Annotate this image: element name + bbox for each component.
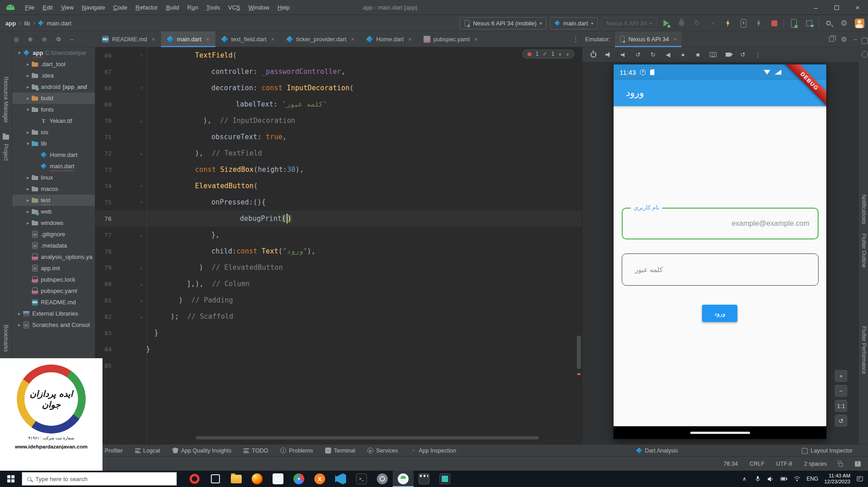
tool-window-button-dart-analysis[interactable]: Dart Analysis <box>636 448 678 454</box>
tree-item-pubspec.yaml[interactable]: pubspec.yaml <box>12 285 95 297</box>
code-line-74[interactable]: 74▿ElevatedButton( <box>95 178 582 194</box>
tab-text_field.dart[interactable]: text_field.dart× <box>215 31 281 47</box>
tool-window-button-logcat[interactable]: Logcat <box>135 448 161 454</box>
tree-item-app[interactable]: ▾appC:\Users\idehpar <box>12 47 95 58</box>
device-tool-icon[interactable] <box>862 38 868 44</box>
file-encoding[interactable]: UTF-8 <box>776 461 792 467</box>
tree-item-Home.dart[interactable]: Home.dart <box>12 149 95 161</box>
action-center-icon[interactable] <box>856 475 863 482</box>
code-line-67[interactable]: 67controller: _passwordController, <box>95 63 582 80</box>
code-line-73[interactable]: 73const SizedBox(height:30), <box>95 161 582 178</box>
close-icon[interactable]: × <box>351 36 355 43</box>
taskbar-app-vscode[interactable] <box>330 471 351 487</box>
tree-item-pubspec.lock[interactable]: pubspec.lock <box>12 274 95 285</box>
power-button[interactable] <box>589 51 597 59</box>
menu-code[interactable]: Code <box>109 0 132 15</box>
tree-item-Scratches and Consol[interactable]: ▸Scratches and Consol <box>12 319 95 331</box>
menu-file[interactable]: File <box>21 0 39 15</box>
breadcrumb-file[interactable]: main.dart <box>47 20 71 27</box>
flutter-hot-restart-button[interactable] <box>753 17 765 29</box>
taskbar-app-dev-app[interactable] <box>372 471 393 487</box>
tree-item-README.md[interactable]: MDREADME.md <box>12 297 95 308</box>
maximize-button[interactable] <box>826 0 847 15</box>
close-icon[interactable]: × <box>474 36 478 43</box>
tab-README.md[interactable]: MDREADME.md× <box>96 31 161 47</box>
hide-panel-icon[interactable]: – <box>854 36 857 43</box>
chevron-closed-icon[interactable]: ▸ <box>24 198 31 203</box>
tool-window-button-resource-manager[interactable]: Resource Manager <box>3 77 9 123</box>
fold-marker[interactable]: ▵ <box>137 265 146 271</box>
tree-item-windows[interactable]: ▸windows <box>12 217 95 229</box>
tool-stripe-icon[interactable] <box>862 51 868 58</box>
rotate-button[interactable]: ↺ <box>835 415 847 427</box>
search-everywhere-button[interactable] <box>823 17 834 29</box>
menu-run[interactable]: Run <box>183 0 202 15</box>
panel-settings-button[interactable]: ⚙ <box>56 36 61 43</box>
zoom-out-button[interactable]: − <box>835 385 847 397</box>
chevron-closed-icon[interactable]: ▸ <box>24 175 31 180</box>
tool-window-button-project[interactable]: Project <box>3 144 9 161</box>
hide-panel-button[interactable]: – <box>70 36 73 43</box>
username-field[interactable]: نام کاربری example@example.com <box>622 208 819 239</box>
code-line-79[interactable]: 79▵) // ElevatedButton <box>95 259 582 276</box>
breadcrumb-lib[interactable]: lib <box>24 20 30 27</box>
tree-item-analysis_options.ya[interactable]: analysis_options.ya <box>12 251 95 263</box>
error-stripe-mark[interactable] <box>577 373 580 375</box>
tree-item-lib[interactable]: ▾lib <box>12 138 95 149</box>
chevron-open-icon[interactable]: ▾ <box>16 50 23 55</box>
chevron-closed-icon[interactable]: ▸ <box>24 130 31 135</box>
chevron-open-icon[interactable]: ▾ <box>24 141 31 146</box>
menu-view[interactable]: View <box>57 0 78 15</box>
flutter-hot-reload-button[interactable] <box>722 17 734 29</box>
code-line-66[interactable]: 66▿TextField( <box>95 47 582 63</box>
taskbar-app-chrome[interactable] <box>288 471 309 487</box>
tab-options-icon[interactable]: ⋮ <box>572 31 579 47</box>
start-button[interactable] <box>0 471 22 487</box>
rotate-right-button[interactable]: ↻ <box>649 51 657 59</box>
snapshot-button[interactable]: ↺ <box>739 51 747 59</box>
back-button[interactable]: ◀ <box>664 51 672 59</box>
chevron-closed-icon[interactable]: ▸ <box>24 84 31 89</box>
tab-pubspec.yaml[interactable]: pubspec.yaml× <box>418 31 484 47</box>
close-icon[interactable]: × <box>206 36 210 43</box>
tree-item-fonts[interactable]: ▾fonts <box>12 104 95 115</box>
fold-marker[interactable]: ▵ <box>137 297 146 303</box>
taskbar-app-remote-desktop[interactable] <box>434 471 455 487</box>
taskbar-app-firefox[interactable] <box>247 471 268 487</box>
tree-item-External Libraries[interactable]: ▸External Libraries <box>12 308 95 319</box>
select-opened-file-button[interactable]: ◎ <box>14 36 19 43</box>
tab-main.dart[interactable]: main.dart× <box>161 31 215 47</box>
tree-item-macos[interactable]: ▸macos <box>12 183 95 195</box>
emulator-device-tab[interactable]: Nexus 6 API 34 × <box>615 31 682 47</box>
speaker-icon[interactable] <box>767 475 774 482</box>
rotate-left-button[interactable]: ↺ <box>634 51 642 59</box>
emulator-screen[interactable]: 11:43 ورود DEBUG نام کاربری example@exam… <box>614 64 826 439</box>
close-icon[interactable]: × <box>673 36 677 43</box>
code-editor[interactable]: 66▿TextField(67controller: _passwordCont… <box>95 47 582 444</box>
settings-button[interactable]: ⚙ <box>838 17 850 29</box>
notifications-icon[interactable] <box>855 461 861 467</box>
code-line-72[interactable]: 72▵), // TextField <box>95 145 582 161</box>
fold-marker[interactable]: ▿ <box>137 200 146 205</box>
minimize-button[interactable]: – <box>805 0 826 15</box>
code-line-84[interactable]: 84} <box>95 341 582 357</box>
tool-window-button-todo[interactable]: TODO <box>244 448 268 454</box>
microphone-icon[interactable] <box>754 475 761 482</box>
apply-changes-button[interactable] <box>737 17 749 29</box>
tool-window-button-app-quality-insights[interactable]: App Quality Insights <box>172 448 231 454</box>
zoom-reset-button[interactable]: 1:1 <box>835 400 847 412</box>
panel-settings-icon[interactable]: ⚙ <box>841 35 847 44</box>
code-line-75[interactable]: 75▿onPressed:(){ <box>95 194 582 210</box>
network-icon[interactable] <box>793 475 800 482</box>
inspections-widget[interactable]: 1 ✓ 1 ∧ ∨ <box>522 49 575 58</box>
code-line-80[interactable]: 80▵],), // Column <box>95 276 582 292</box>
chevron-closed-icon[interactable]: ▸ <box>16 311 23 316</box>
stop-button[interactable] <box>768 17 780 29</box>
menu-navigate[interactable]: Navigate <box>78 0 109 15</box>
fold-marker[interactable]: ▿ <box>137 183 146 189</box>
run-config-dropdown[interactable]: main.dart▾ <box>550 17 598 29</box>
taskbar-app-xampp[interactable]: X <box>309 471 330 487</box>
volume-up-button[interactable] <box>604 51 612 59</box>
tool-window-button-terminal[interactable]: ›Terminal <box>325 448 355 454</box>
code-line-76[interactable]: 76debugPrint() <box>95 210 582 227</box>
